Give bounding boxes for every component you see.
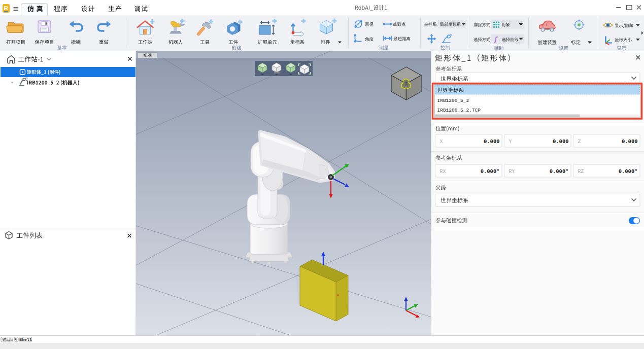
svg-text:0.000°: 0.000° xyxy=(481,168,500,174)
svg-text:IRB1200_5_2: IRB1200_5_2 xyxy=(437,98,469,103)
svg-text:X: X xyxy=(440,139,443,145)
svg-text:R: R xyxy=(4,5,9,11)
svg-text:Y: Y xyxy=(509,139,512,145)
svg-text:Shell: Shell xyxy=(19,337,31,342)
svg-text:0.000°: 0.000° xyxy=(550,168,569,174)
svg-text:Solid: Solid xyxy=(274,71,280,74)
svg-text:IRB1200_5_2.TCP: IRB1200_5_2.TCP xyxy=(437,108,481,113)
svg-text:0.000: 0.000 xyxy=(484,138,500,145)
svg-text:0.000: 0.000 xyxy=(622,138,638,145)
svg-text:RY: RY xyxy=(509,169,515,174)
svg-text:0.000: 0.000 xyxy=(553,138,569,145)
svg-text:Z: Z xyxy=(578,139,581,145)
svg-text:0.000°: 0.000° xyxy=(619,168,638,174)
svg-text:RX: RX xyxy=(440,169,446,174)
svg-text:RZ: RZ xyxy=(578,169,584,174)
